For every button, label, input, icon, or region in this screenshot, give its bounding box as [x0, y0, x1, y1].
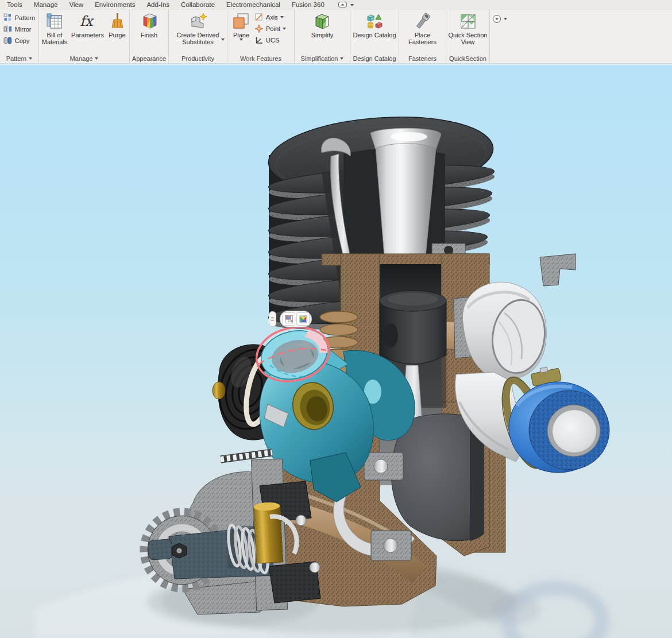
ribbon-panel-design-catalog: Design Catalog Design Catalog — [350, 10, 399, 63]
create-derived-substitutes-button[interactable]: Create Derived Substitutes — [172, 10, 224, 45]
axis-button[interactable]: Axis — [254, 13, 286, 21]
pattern-icon — [3, 13, 13, 22]
ribbon-collapse-icon — [492, 14, 501, 24]
purge-button[interactable]: Purge — [106, 10, 129, 38]
point-button[interactable]: Point — [254, 24, 286, 33]
simplify-button[interactable]: Simplify — [310, 10, 335, 38]
panel-label-work-features: Work Features — [227, 53, 294, 63]
ribbon-display-toggle[interactable] — [338, 2, 354, 8]
ucs-icon — [254, 36, 264, 45]
dropdown-arrow-icon[interactable] — [280, 16, 284, 18]
panel-label-pattern[interactable]: Pattern — [0, 53, 38, 63]
design-catalog-button[interactable]: Design Catalog — [350, 10, 399, 38]
chevron-down-icon — [504, 18, 507, 20]
bom-icon — [45, 11, 64, 31]
bearing-ball — [384, 539, 397, 552]
svg-text:fx: fx — [80, 13, 94, 29]
tab-add-ins[interactable]: Add-Ins — [141, 1, 175, 9]
tab-manage[interactable]: Manage — [28, 1, 64, 9]
quick-section-view-button[interactable]: Quick Section View — [446, 10, 490, 45]
bearing-ball — [374, 459, 388, 473]
dropdown-arrow-icon[interactable] — [221, 38, 225, 41]
dropdown-arrow-icon[interactable] — [240, 38, 243, 41]
mirror-button[interactable]: Mirror — [3, 25, 35, 33]
derived-substitutes-icon — [188, 11, 208, 31]
panel-label-simplification[interactable]: Simplification — [295, 53, 350, 63]
panel-label-appearance: Appearance — [130, 53, 168, 63]
mirror-icon — [3, 25, 13, 34]
point-icon — [254, 24, 264, 33]
ribbon-panel-work-features: Plane Axis Point — [227, 10, 295, 63]
plane-button[interactable]: Plane — [230, 10, 253, 41]
ribbon-panel-appearance: Finish Appearance — [130, 10, 169, 63]
copy-icon — [3, 36, 13, 45]
flyout-arrow-icon — [95, 57, 98, 60]
panel-label-quicksection: QuickSection — [446, 53, 489, 63]
viewport-3d[interactable] — [0, 64, 672, 638]
liner-fin — [320, 311, 358, 323]
ribbon-panel-fasteners: Place Fasteners Fasteners — [399, 10, 446, 63]
appearance-icon — [299, 315, 308, 324]
edit-icon — [284, 315, 293, 324]
ribbon-panel-simplification: Simplify Simplification — [295, 10, 350, 63]
panel-label-manage[interactable]: Manage — [39, 53, 129, 63]
tab-view[interactable]: View — [63, 1, 89, 9]
copy-button[interactable]: Copy — [3, 36, 35, 45]
tab-environments[interactable]: Environments — [89, 1, 141, 9]
edit-button[interactable] — [282, 312, 295, 326]
ribbon: Pattern Mirror Copy — [0, 10, 672, 64]
place-fasteners-button[interactable]: Place Fasteners — [404, 10, 441, 45]
axis-icon — [254, 13, 264, 22]
plane-icon — [231, 11, 251, 31]
ribbon-panel-quicksection: Quick Section View QuickSection — [446, 10, 490, 63]
parameters-button[interactable]: fx Parameters — [69, 10, 106, 38]
panel-label-productivity: Productivity — [169, 53, 227, 63]
tab-collaborate[interactable]: Collaborate — [175, 1, 221, 9]
crankshaft-journal — [253, 502, 283, 563]
finish-button[interactable]: Finish — [138, 10, 161, 38]
fuel-nipple — [213, 382, 225, 399]
ribbon-tab-bar: Tools Manage View Environments Add-Ins C… — [0, 0, 672, 10]
design-catalog-icon — [365, 11, 384, 31]
flyout-arrow-icon — [29, 57, 32, 60]
mini-toolbar-grip[interactable] — [269, 311, 276, 327]
quick-section-icon — [458, 11, 478, 31]
broom-icon — [107, 11, 127, 31]
engine-model-canvas — [0, 64, 672, 638]
inventor-app-window: Tools Manage View Environments Add-Ins C… — [0, 0, 672, 638]
chevron-down-icon — [350, 4, 354, 6]
dropdown-arrow-icon[interactable] — [283, 28, 286, 30]
ribbon-panel-icon — [338, 2, 349, 8]
appearance-button[interactable] — [296, 312, 310, 326]
finish-cube-icon — [140, 11, 159, 31]
simplify-icon — [312, 11, 332, 31]
panel-label-fasteners: Fasteners — [399, 53, 446, 63]
place-fasteners-icon — [413, 11, 432, 31]
selection-mini-toolbar — [269, 311, 312, 327]
ucs-button[interactable]: UCS — [254, 36, 286, 44]
bill-of-materials-button[interactable]: Bill of Materials — [40, 10, 69, 45]
panel-label-design-catalog: Design Catalog — [350, 53, 399, 63]
tab-electromechanical[interactable]: Electromechanical — [221, 1, 286, 9]
flyout-arrow-icon — [340, 57, 343, 60]
tab-tools[interactable]: Tools — [1, 1, 28, 9]
ribbon-panel-pattern: Pattern Mirror Copy — [0, 10, 39, 63]
ribbon-panel-productivity: Create Derived Substitutes Productivity — [169, 10, 227, 63]
tab-fusion-360[interactable]: Fusion 360 — [286, 1, 330, 9]
ribbon-collapse-button[interactable] — [492, 14, 507, 24]
pattern-button[interactable]: Pattern — [3, 13, 35, 22]
fx-icon: fx — [78, 11, 97, 31]
ribbon-panel-manage: Bill of Materials fx Parameters Purge Ma… — [39, 10, 130, 63]
